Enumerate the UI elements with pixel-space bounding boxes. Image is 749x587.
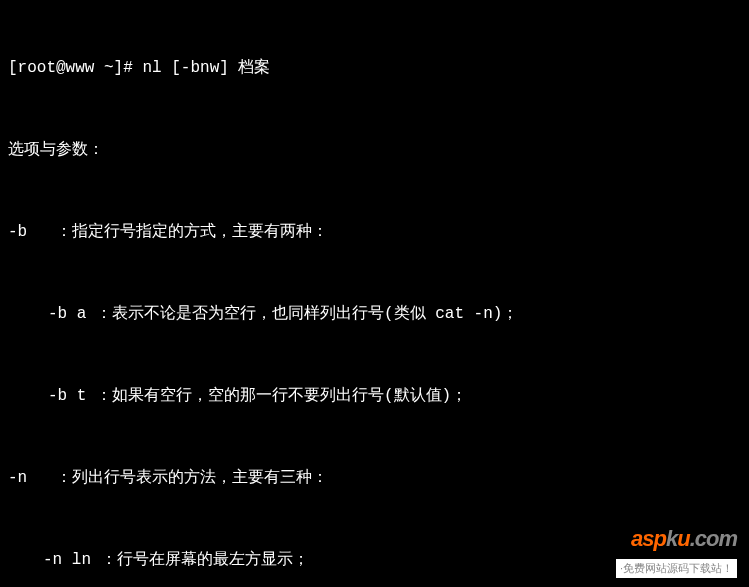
- option-b: -b ：指定行号指定的方式，主要有两种：: [8, 220, 741, 244]
- brand-tld: com: [695, 526, 737, 551]
- terminal-output: [root@www ~]# nl [-bnw] 档案 选项与参数： -b ：指定…: [8, 8, 741, 587]
- watermark: aspku.com ·免费网站源码下载站！: [616, 522, 737, 579]
- option-n: -n ：列出行号表示的方法，主要有三种：: [8, 466, 741, 490]
- brand-part-3: u: [677, 526, 689, 551]
- brand-part-1: asp: [631, 526, 666, 551]
- command-line: [root@www ~]# nl [-bnw] 档案: [8, 56, 741, 80]
- brand-part-2: k: [666, 526, 677, 551]
- watermark-tagline: ·免费网站源码下载站！: [616, 559, 737, 578]
- option-b-t: -b t ：如果有空行，空的那一行不要列出行号(默认值)；: [8, 384, 741, 408]
- options-header: 选项与参数：: [8, 138, 741, 162]
- watermark-brand: aspku.com: [616, 522, 737, 555]
- option-b-a: -b a ：表示不论是否为空行，也同样列出行号(类似 cat -n)；: [8, 302, 741, 326]
